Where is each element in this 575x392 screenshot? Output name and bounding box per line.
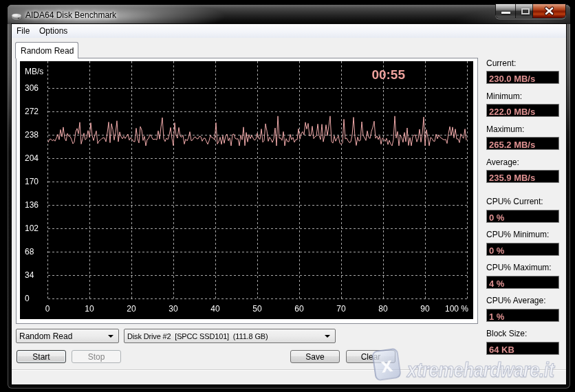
svg-text:50: 50	[252, 304, 262, 314]
svg-text:80: 80	[378, 304, 388, 314]
svg-text:102: 102	[25, 224, 39, 233]
svg-text:70: 70	[336, 304, 346, 314]
svg-text:34: 34	[25, 270, 34, 280]
svg-text:60: 60	[294, 304, 304, 314]
svg-text:272: 272	[25, 107, 39, 116]
svg-text:40: 40	[210, 304, 220, 314]
svg-text:10: 10	[85, 304, 94, 314]
svg-text:238: 238	[25, 130, 39, 140]
svg-text:MB/s: MB/s	[25, 67, 43, 76]
svg-text:0: 0	[25, 294, 30, 303]
svg-text:136: 136	[25, 200, 39, 210]
svg-text:30: 30	[169, 304, 178, 314]
svg-text:306: 306	[25, 83, 39, 93]
svg-text:0: 0	[45, 304, 50, 314]
svg-text:170: 170	[25, 177, 39, 186]
svg-text:90: 90	[420, 304, 430, 314]
svg-text:100 %: 100 %	[445, 304, 468, 314]
svg-text:204: 204	[25, 153, 39, 163]
svg-text:00:55: 00:55	[371, 67, 405, 82]
svg-text:68: 68	[25, 247, 34, 257]
svg-text:20: 20	[127, 304, 136, 314]
